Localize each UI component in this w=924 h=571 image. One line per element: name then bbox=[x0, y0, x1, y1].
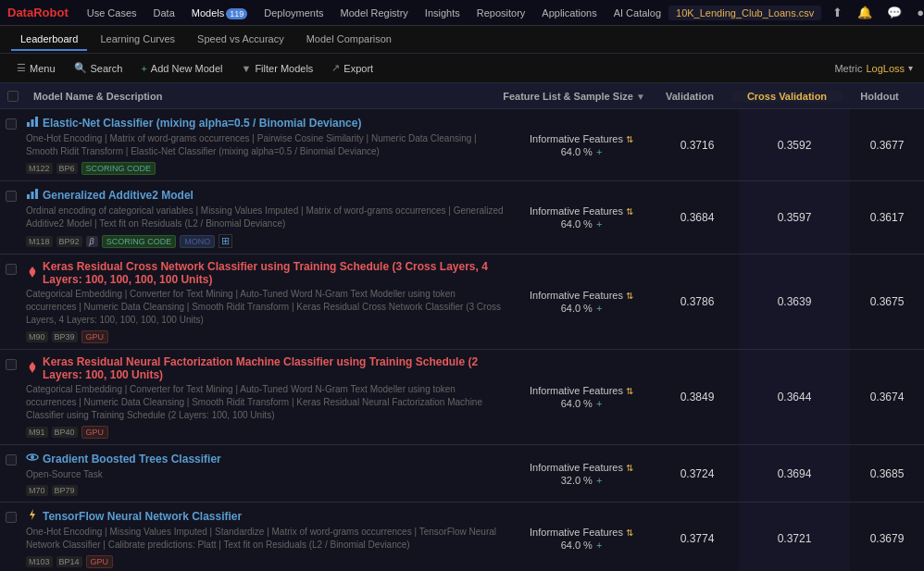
tag-gpu: GPU bbox=[81, 330, 109, 343]
models-badge: 119 bbox=[226, 8, 247, 19]
model-checkbox[interactable] bbox=[6, 264, 17, 275]
nav-item-ai-catalog[interactable]: AI Catalog bbox=[606, 4, 668, 22]
metric-dropdown-arrow[interactable]: ▾ bbox=[908, 63, 913, 73]
model-checkbox[interactable] bbox=[6, 359, 17, 370]
feature-add-icon[interactable]: + bbox=[596, 146, 602, 157]
row-checkbox[interactable] bbox=[0, 350, 22, 444]
subnav-item-speed-vs-accuracy[interactable]: Speed vs Accuracy bbox=[188, 29, 293, 51]
feature-pct: 32.0 % + bbox=[561, 475, 603, 486]
row-checkbox[interactable] bbox=[0, 254, 22, 349]
add-model-button[interactable]: + Add New Model bbox=[135, 60, 228, 77]
model-title[interactable]: Generalized Additive2 Model bbox=[43, 189, 194, 202]
subnav-item-model-comparison[interactable]: Model Comparison bbox=[297, 29, 401, 51]
feature-label: Informative Features ⇅ bbox=[530, 462, 633, 473]
table-row[interactable]: Generalized Additive2 Model Ordinal enco… bbox=[0, 181, 924, 254]
row-checkbox[interactable] bbox=[0, 445, 22, 502]
feature-filter-icon[interactable]: ▼ bbox=[636, 92, 645, 102]
menu-button[interactable]: ☰ Menu bbox=[11, 59, 61, 77]
col-cross-validation: Cross Validation bbox=[731, 91, 843, 102]
nav-item-model-registry[interactable]: Model Registry bbox=[332, 4, 415, 22]
export-label: Export bbox=[343, 63, 373, 74]
svg-rect-3 bbox=[27, 194, 30, 199]
nav-item-data[interactable]: Data bbox=[146, 4, 182, 22]
share-icon[interactable]: ⬆ bbox=[829, 4, 846, 21]
header-checkbox[interactable] bbox=[7, 91, 30, 102]
cv-score: 0.3592 bbox=[739, 109, 850, 180]
feature-info: Informative Features ⇅ 64.0 % + bbox=[507, 181, 656, 254]
model-checkbox[interactable] bbox=[6, 454, 17, 465]
feature-add-icon[interactable]: + bbox=[596, 218, 602, 230]
metric-value[interactable]: LogLoss bbox=[866, 63, 905, 74]
top-nav: DataRobot Use CasesDataModels119Deployme… bbox=[0, 0, 924, 26]
model-checkbox[interactable] bbox=[6, 512, 17, 523]
feature-add-icon[interactable]: + bbox=[596, 475, 602, 486]
feature-add-icon[interactable]: + bbox=[596, 398, 602, 409]
feature-sort-icon: ⇅ bbox=[626, 463, 633, 473]
model-info: Elastic-Net Classifier (mixing alpha=0.5… bbox=[22, 109, 507, 180]
model-type-icon bbox=[26, 187, 39, 203]
feature-add-icon[interactable]: + bbox=[596, 303, 602, 314]
brand-logo[interactable]: DataRobot bbox=[7, 6, 69, 19]
validation-score: 0.3849 bbox=[656, 350, 739, 444]
model-tags: M122 BP6 SCORING CODE bbox=[26, 162, 504, 175]
feature-info: Informative Features ⇅ 32.0 % + bbox=[507, 445, 656, 502]
model-title[interactable]: TensorFlow Neural Network Classifier bbox=[43, 510, 242, 523]
nav-item-insights[interactable]: Insights bbox=[418, 4, 468, 22]
validation-score: 0.3774 bbox=[656, 503, 739, 571]
nav-right: 10K_Lending_Club_Loans.csv ⬆ 🔔 💬 ● bbox=[668, 4, 924, 21]
model-title[interactable]: Keras Residual Neural Factorization Mach… bbox=[43, 355, 504, 381]
export-button[interactable]: ↗ Export bbox=[326, 59, 379, 77]
nav-item-deployments[interactable]: Deployments bbox=[256, 4, 331, 22]
validation-score: 0.3724 bbox=[656, 445, 739, 502]
search-button[interactable]: 🔍 Search bbox=[69, 59, 129, 77]
nav-filename[interactable]: 10K_Lending_Club_Loans.csv bbox=[668, 6, 821, 20]
nav-item-repository[interactable]: Repository bbox=[469, 4, 533, 22]
subnav-item-leaderboard[interactable]: Leaderboard bbox=[11, 29, 87, 51]
holdout-score: 0.3679 bbox=[850, 503, 924, 571]
model-title[interactable]: Keras Residual Cross Network Classifier … bbox=[43, 260, 504, 286]
filter-button[interactable]: ▼ Filter Models bbox=[235, 60, 318, 77]
row-checkbox[interactable] bbox=[0, 181, 22, 254]
toolbar: ☰ Menu 🔍 Search + Add New Model ▼ Filter… bbox=[0, 54, 924, 83]
table-row[interactable]: Gradient Boosted Trees Classifier Open-S… bbox=[0, 445, 924, 503]
model-checkbox[interactable] bbox=[6, 191, 17, 202]
tag-gpu: GPU bbox=[86, 555, 114, 568]
model-pipeline: Categorical Embedding | Converter for Te… bbox=[26, 288, 504, 327]
feature-pct: 64.0 % + bbox=[561, 303, 603, 314]
model-pipeline: Categorical Embedding | Converter for Te… bbox=[26, 383, 504, 422]
validation-score: 0.3684 bbox=[656, 181, 739, 254]
cv-score: 0.3639 bbox=[739, 254, 850, 349]
notification-icon[interactable]: 🔔 bbox=[854, 4, 876, 21]
svg-rect-4 bbox=[31, 192, 34, 199]
nav-item-models[interactable]: Models119 bbox=[184, 4, 256, 22]
tag-gpu: GPU bbox=[81, 426, 109, 439]
feature-add-icon[interactable]: + bbox=[596, 540, 602, 551]
user-icon[interactable]: ● bbox=[913, 4, 924, 21]
model-checkbox[interactable] bbox=[6, 118, 17, 130]
cv-score: 0.3721 bbox=[739, 503, 850, 571]
col-model-name: Model Name & Description bbox=[30, 91, 500, 102]
table-row[interactable]: Elastic-Net Classifier (mixing alpha=0.5… bbox=[0, 109, 924, 181]
model-info: Gradient Boosted Trees Classifier Open-S… bbox=[22, 445, 507, 502]
table-row[interactable]: TensorFlow Neural Network Classifier One… bbox=[0, 503, 924, 571]
subnav-item-learning-curves[interactable]: Learning Curves bbox=[91, 29, 184, 51]
col-holdout: Holdout bbox=[843, 91, 917, 102]
feature-info: Informative Features ⇅ 64.0 % + bbox=[507, 254, 656, 349]
filter-icon: ▼ bbox=[241, 63, 251, 74]
model-tags: M91 BP40 GPU bbox=[26, 426, 504, 439]
model-title[interactable]: Gradient Boosted Trees Classifier bbox=[43, 453, 221, 465]
model-title[interactable]: Elastic-Net Classifier (mixing alpha=0.5… bbox=[43, 117, 361, 130]
row-checkbox[interactable] bbox=[0, 109, 22, 180]
chat-icon[interactable]: 💬 bbox=[883, 4, 905, 21]
table-row[interactable]: Keras Residual Cross Network Classifier … bbox=[0, 254, 924, 350]
grid-icon: ⊞ bbox=[219, 234, 232, 248]
model-table: Elastic-Net Classifier (mixing alpha=0.5… bbox=[0, 109, 924, 571]
nav-item-use-cases[interactable]: Use Cases bbox=[80, 4, 144, 22]
feature-sort-icon: ⇅ bbox=[626, 386, 633, 396]
feature-pct: 64.0 % + bbox=[561, 146, 603, 157]
row-checkbox[interactable] bbox=[0, 503, 22, 571]
top-nav-items: Use CasesDataModels119DeploymentsModel R… bbox=[80, 4, 668, 22]
nav-item-applications[interactable]: Applications bbox=[534, 4, 604, 22]
table-row[interactable]: Keras Residual Neural Factorization Mach… bbox=[0, 350, 924, 445]
select-all-checkbox[interactable] bbox=[7, 91, 19, 102]
